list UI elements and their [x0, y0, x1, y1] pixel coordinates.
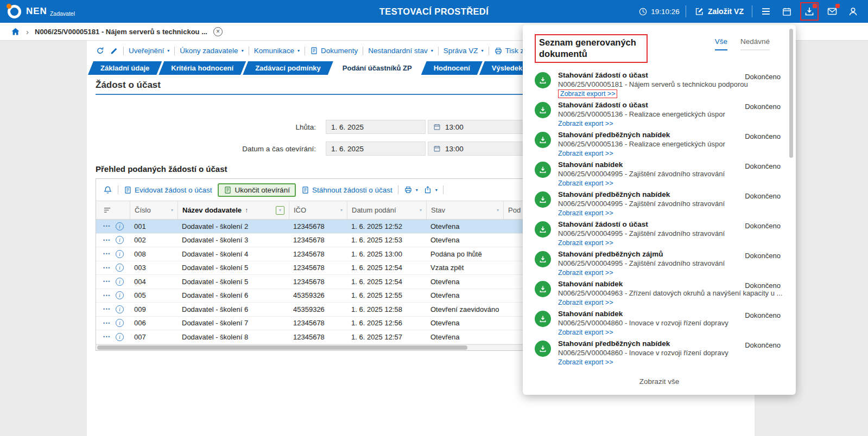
column-cislo[interactable]: Číslo▾: [130, 201, 178, 219]
row-info-icon[interactable]: i: [116, 278, 124, 286]
tab-kriteria-hodnoceni[interactable]: Kritéria hodnocení: [159, 61, 246, 75]
profile-button[interactable]: [846, 4, 860, 19]
chevron-down-icon: ▾: [416, 188, 418, 193]
row-actions-icon[interactable]: •••: [103, 293, 111, 298]
column-ico[interactable]: IČO▾: [289, 201, 347, 219]
toolbar-divider: [249, 47, 249, 55]
breadcrumb-item[interactable]: N006/25/V00005181 - Nájem serverů s tech…: [35, 28, 207, 36]
active-filter-box[interactable]: ▾: [276, 206, 284, 215]
row-actions-icon[interactable]: •••: [103, 334, 111, 339]
close-record-icon[interactable]: ×: [213, 27, 223, 36]
menu-komunikace[interactable]: Komunikace▾: [254, 47, 300, 55]
edit-button[interactable]: [110, 47, 118, 55]
row-actions-icon[interactable]: •••: [103, 320, 111, 326]
row-actions-icon[interactable]: •••: [103, 251, 111, 257]
column-settings-icon[interactable]: [103, 206, 111, 214]
row-actions-icon[interactable]: •••: [103, 223, 111, 229]
brand[interactable]: NEN Zadavatel: [8, 5, 75, 18]
document-icon: [224, 186, 232, 194]
row-actions-icon[interactable]: •••: [103, 265, 111, 271]
panel-tab-vse[interactable]: Vše: [715, 37, 727, 50]
print-table-button[interactable]: ▾: [404, 185, 418, 194]
cell-nazev-dodavatele: Dodavatel - školení 4: [178, 250, 289, 258]
calendar-icon[interactable]: [433, 123, 441, 131]
show-export-link[interactable]: Zobrazit export >>: [558, 179, 613, 187]
column-datum-podani[interactable]: Datum podání▾: [347, 201, 426, 219]
panel-scrollbar[interactable]: [789, 29, 793, 390]
lhuta-date-field[interactable]: 1. 6. 2025: [326, 120, 426, 134]
tab-hodnoceni[interactable]: Hodnocení: [421, 61, 483, 75]
document-status: Dokončeno: [745, 132, 781, 140]
document-subtitle: N006/25/V00004963 - Zřízení datových okr…: [558, 289, 784, 297]
cell-cislo: 007: [130, 333, 178, 341]
row-actions-icon[interactable]: •••: [103, 238, 111, 243]
filter-icon[interactable]: ▾: [171, 208, 173, 213]
oteviranie-time-field[interactable]: 13:00: [428, 142, 523, 156]
cell-nazev-dodavatele: Dodavatel - školení 2: [178, 222, 289, 230]
download-circle-icon: [535, 162, 551, 178]
cell-ico: 12345678: [289, 222, 347, 230]
ukoncit-oteviranie-button[interactable]: Ukončit otevírání: [218, 183, 296, 197]
show-export-link[interactable]: Zobrazit export >>: [558, 120, 613, 127]
column-nazev-dodavatele[interactable]: Název dodavatele↑▾: [178, 201, 289, 219]
show-export-link[interactable]: Zobrazit export >>: [558, 239, 613, 247]
document-subtitle: N006/25/V00004995 - Zajištění závodního …: [558, 200, 784, 208]
stahnout-zadosti-button[interactable]: Stáhnout žádosti o účast: [301, 186, 392, 194]
menu-dokumenty[interactable]: Dokumenty: [310, 47, 358, 55]
tab-podani-ucastniku-zp[interactable]: Podání účastníků ZP: [330, 61, 425, 75]
menu-ukony-zadavatele[interactable]: Úkony zadavatele▾: [180, 47, 243, 55]
row-info-icon[interactable]: i: [116, 250, 124, 258]
row-actions-icon[interactable]: •••: [103, 306, 111, 312]
row-info-icon[interactable]: i: [116, 333, 124, 341]
download-circle-icon: [535, 221, 551, 238]
filter-icon[interactable]: ▾: [497, 208, 499, 213]
show-export-link[interactable]: Zobrazit export >>: [558, 209, 613, 217]
lhuta-time-field[interactable]: 13:00: [428, 120, 523, 134]
show-export-link[interactable]: Zobrazit export >>: [558, 329, 613, 336]
tab-zakladni-udaje[interactable]: Základní údaje: [88, 61, 162, 75]
menu-uverejneni[interactable]: Uveřejnění▾: [129, 47, 169, 55]
show-export-link[interactable]: Zobrazit export >>: [558, 299, 613, 306]
row-info-icon[interactable]: i: [116, 291, 124, 299]
show-export-link[interactable]: Zobrazit export >>: [558, 358, 613, 366]
scrollbar-thumb[interactable]: [97, 345, 467, 350]
create-vz-button[interactable]: Založit VZ: [692, 4, 746, 18]
messages-button[interactable]: [825, 4, 840, 19]
show-export-link[interactable]: Zobrazit export >>: [558, 89, 617, 98]
row-info-icon[interactable]: i: [116, 264, 124, 272]
calendar-icon[interactable]: [433, 145, 441, 152]
column-stav[interactable]: Stav▾: [426, 201, 503, 219]
oteviranie-date-field[interactable]: 1. 6. 2025: [326, 142, 426, 156]
row-info-icon[interactable]: i: [116, 305, 124, 313]
home-icon[interactable]: [11, 27, 20, 36]
filter-icon[interactable]: ▾: [420, 208, 422, 213]
calendar-button[interactable]: [780, 4, 794, 19]
row-actions-icon[interactable]: •••: [103, 279, 111, 284]
history-button[interactable]: [96, 46, 105, 55]
menu-nestandardni-stav[interactable]: Nestandardní stav▾: [368, 47, 433, 55]
show-export-link[interactable]: Zobrazit export >>: [558, 269, 613, 277]
show-export-link[interactable]: Zobrazit export >>: [558, 150, 613, 157]
downloads-button[interactable]: [802, 4, 817, 19]
show-all-link[interactable]: Zobrazit vše: [535, 377, 784, 386]
header-divider: [686, 5, 686, 17]
evidovat-zadost-button[interactable]: Evidovat žádost o účast: [124, 186, 212, 194]
scrollbar-thumb[interactable]: [789, 29, 793, 158]
watch-bell-button[interactable]: [103, 185, 112, 195]
export-table-button[interactable]: ▾: [423, 185, 438, 194]
row-info-icon[interactable]: i: [116, 236, 124, 244]
panel-tab-nedavne[interactable]: Nedávné: [740, 37, 770, 50]
menu-button[interactable]: [758, 4, 774, 19]
row-info-icon[interactable]: i: [116, 222, 124, 230]
filter-icon[interactable]: ▾: [340, 208, 343, 213]
cell-ico: 12345678: [289, 278, 347, 286]
nen-logo-icon: [8, 5, 21, 18]
tab-zadavaci-podminky[interactable]: Zadávací podmínky: [243, 61, 333, 75]
document-icon: [301, 186, 309, 194]
menu-sprava-vz[interactable]: Správa VZ▾: [443, 47, 484, 55]
chevron-down-icon: ▾: [435, 188, 438, 193]
generated-document-item: Stahování předběžných nabídek N006/25/V0…: [535, 339, 784, 369]
cell-cislo: 008: [130, 250, 178, 258]
cell-datum-podani: 1. 6. 2025 12:54: [347, 278, 426, 286]
row-info-icon[interactable]: i: [116, 319, 124, 327]
